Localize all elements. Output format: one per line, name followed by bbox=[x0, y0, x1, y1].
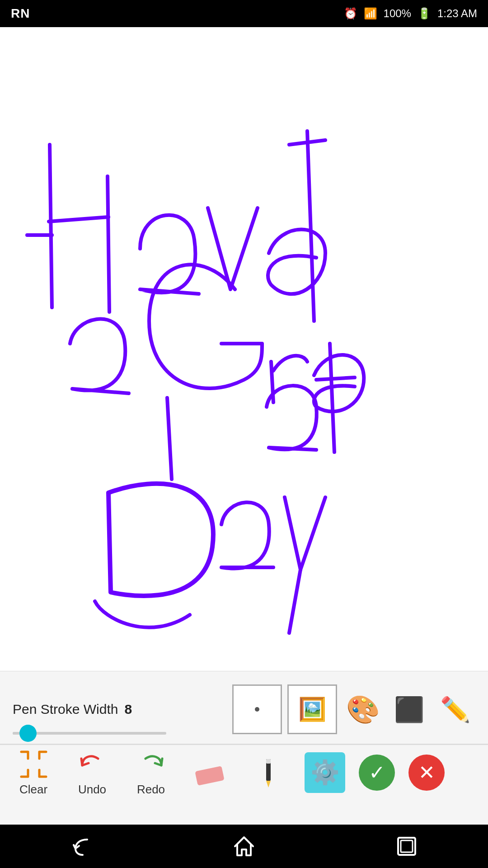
clear-button[interactable]: Clear bbox=[11, 748, 56, 797]
handwriting-svg bbox=[0, 27, 488, 646]
pen-tool[interactable]: ✏️ bbox=[435, 689, 475, 730]
confirm-check-icon: ✓ bbox=[369, 761, 385, 784]
pen-slider[interactable] bbox=[13, 732, 166, 735]
cancel-button[interactable]: ✕ bbox=[408, 755, 445, 791]
drawing-canvas[interactable] bbox=[0, 27, 488, 646]
pen-icon: ✏️ bbox=[440, 695, 470, 724]
clear-label: Clear bbox=[19, 783, 47, 797]
signal-icon: 📶 bbox=[364, 7, 377, 20]
palette-icon: 🎨 bbox=[346, 693, 380, 726]
recents-button[interactable] bbox=[389, 828, 425, 864]
svg-marker-1 bbox=[266, 781, 271, 788]
clear-icon bbox=[19, 750, 48, 779]
eraser-action-button[interactable] bbox=[187, 757, 232, 788]
eraser-tool[interactable]: ⬛ bbox=[389, 689, 429, 730]
cancel-x-icon: ✕ bbox=[418, 761, 435, 784]
confirm-button[interactable]: ✓ bbox=[359, 755, 395, 791]
image-icon: 🖼️ bbox=[298, 696, 326, 722]
settings-gear-icon: ⚙️ bbox=[310, 759, 340, 786]
image-tool[interactable]: 🖼️ bbox=[287, 684, 337, 734]
redo-button[interactable]: Redo bbox=[128, 748, 174, 797]
eraser-icon: ⬛ bbox=[394, 695, 424, 724]
redo-icon-container bbox=[135, 748, 167, 780]
time: 1:23 AM bbox=[437, 7, 477, 20]
actions-row: Clear Undo Redo bbox=[0, 745, 488, 803]
pencil-action-button[interactable] bbox=[246, 757, 291, 788]
undo-button[interactable]: Undo bbox=[70, 748, 115, 797]
pen-stroke-label: Pen Stroke Width bbox=[13, 702, 118, 717]
status-bar: RN ⏰ 📶 100% 🔋 1:23 AM bbox=[0, 0, 488, 27]
redo-label: Redo bbox=[137, 783, 165, 797]
alarm-icon: ⏰ bbox=[344, 7, 357, 20]
palette-tool[interactable]: 🎨 bbox=[343, 689, 383, 730]
back-button[interactable] bbox=[63, 828, 99, 864]
dot-icon bbox=[255, 707, 259, 712]
undo-icon-container bbox=[76, 748, 108, 780]
pencil-action-icon bbox=[253, 757, 284, 788]
app-name: RN bbox=[11, 6, 30, 21]
svg-rect-2 bbox=[266, 759, 271, 764]
settings-button[interactable]: ⚙️ bbox=[305, 752, 345, 793]
navigation-bar bbox=[0, 825, 488, 868]
status-icons: ⏰ 📶 100% 🔋 1:23 AM bbox=[344, 7, 477, 20]
eraser-action-icon bbox=[194, 757, 225, 788]
home-button[interactable] bbox=[226, 828, 262, 864]
battery-percent: 100% bbox=[384, 7, 411, 20]
clear-icon-container bbox=[18, 748, 49, 780]
bottom-toolbar: Pen Stroke Width 8 🖼️ 🎨 bbox=[0, 671, 488, 825]
pen-stroke-value: 8 bbox=[124, 702, 132, 717]
battery-icon: 🔋 bbox=[418, 7, 431, 20]
svg-rect-4 bbox=[401, 840, 413, 852]
blank-canvas-tool[interactable] bbox=[232, 684, 282, 734]
undo-label: Undo bbox=[78, 783, 106, 797]
